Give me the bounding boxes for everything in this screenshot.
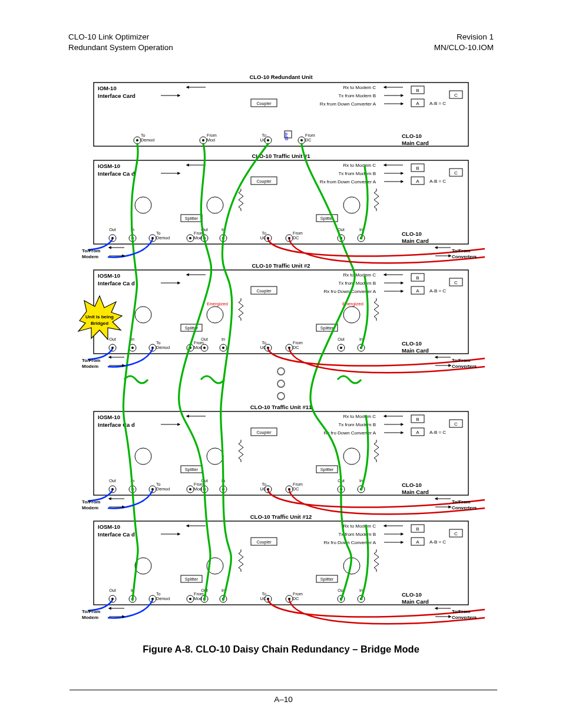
svg-point-208 bbox=[288, 488, 290, 490]
svg-text:A: A bbox=[416, 179, 419, 184]
svg-text:A-B = C: A-B = C bbox=[429, 101, 446, 106]
svg-text:Main Card: Main Card bbox=[402, 238, 429, 244]
svg-point-149 bbox=[288, 347, 290, 349]
svg-text:ToDemod: ToDemod bbox=[156, 591, 170, 601]
svg-text:FromDC: FromDC bbox=[293, 230, 303, 241]
svg-text:CLO-10: CLO-10 bbox=[402, 340, 422, 347]
svg-text:CLO-10 Traffic Unit #2: CLO-10 Traffic Unit #2 bbox=[252, 262, 310, 269]
svg-text:Rx from Down Converter A: Rx from Down Converter A bbox=[320, 101, 376, 107]
svg-text:A: A bbox=[416, 430, 419, 435]
svg-text:Main Card: Main Card bbox=[402, 347, 429, 354]
svg-text:ToUC: ToUC bbox=[260, 230, 266, 241]
svg-point-182 bbox=[207, 448, 223, 465]
svg-text:B: B bbox=[416, 275, 419, 281]
svg-text:C: C bbox=[454, 280, 458, 285]
svg-text:B: B bbox=[416, 88, 419, 93]
svg-text:CLO-10: CLO-10 bbox=[402, 482, 422, 488]
svg-point-27 bbox=[267, 139, 269, 141]
svg-text:ToUC: ToUC bbox=[260, 591, 266, 601]
svg-text:FromDC: FromDC bbox=[305, 133, 315, 143]
svg-text:Out: Out bbox=[109, 337, 116, 342]
svg-text:Tx from Modem B: Tx from Modem B bbox=[338, 171, 376, 176]
svg-text:Splitter: Splitter bbox=[185, 216, 199, 221]
svg-text:Coupler: Coupler bbox=[256, 101, 272, 106]
svg-text:ToDemod: ToDemod bbox=[156, 340, 170, 350]
svg-text:ToUC: ToUC bbox=[260, 340, 266, 350]
svg-point-152 bbox=[340, 347, 342, 349]
svg-point-61 bbox=[135, 197, 151, 213]
figure-diagram: CLO-10 Redundant Unit IOM-10 Interface C… bbox=[51, 72, 511, 626]
svg-text:A: A bbox=[416, 539, 419, 545]
svg-point-196 bbox=[189, 488, 191, 490]
svg-text:Splitter: Splitter bbox=[320, 467, 334, 472]
figure-caption: Figure A-8. CLO-10 Daisy Chain Redundanc… bbox=[51, 644, 511, 655]
svg-text:ToUC: ToUC bbox=[260, 133, 266, 143]
svg-text:IOSM-10: IOSM-10 bbox=[98, 523, 120, 530]
main-card-label-2: Main Card bbox=[402, 140, 429, 146]
svg-text:A-B = C: A-B = C bbox=[429, 539, 446, 545]
header-left-2: Redundant System Operation bbox=[68, 43, 173, 52]
svg-text:ToDemod: ToDemod bbox=[156, 230, 170, 241]
svg-text:Rx to Modem C: Rx to Modem C bbox=[343, 414, 376, 419]
svg-text:B: B bbox=[416, 166, 419, 171]
svg-text:CLO-10 Traffic Unit #11: CLO-10 Traffic Unit #11 bbox=[250, 404, 312, 410]
svg-point-128 bbox=[111, 347, 114, 349]
svg-text:ToDemod: ToDemod bbox=[141, 133, 154, 143]
svg-text:Rx to Modem C: Rx to Modem C bbox=[343, 272, 376, 278]
svg-text:Interface Ca    d: Interface Ca d bbox=[98, 280, 135, 286]
svg-point-123 bbox=[207, 307, 223, 323]
svg-text:IOSM-10: IOSM-10 bbox=[98, 414, 120, 420]
svg-text:CLO-10 Traffic Unit #12: CLO-10 Traffic Unit #12 bbox=[250, 513, 312, 520]
svg-text:C: C bbox=[454, 531, 458, 536]
energized-label-1: Energized bbox=[207, 301, 228, 307]
svg-text:ToUC: ToUC bbox=[260, 482, 266, 492]
svg-text:CLO-10: CLO-10 bbox=[402, 230, 422, 237]
header-right-2: MN/CLO-10.IOM bbox=[434, 43, 494, 52]
svg-text:Rx to Modem C: Rx to Modem C bbox=[343, 523, 376, 529]
svg-text:To/FromModem: To/FromModem bbox=[82, 248, 100, 259]
svg-text:ToDemod: ToDemod bbox=[156, 482, 170, 492]
svg-text:BPF: BPF bbox=[284, 131, 289, 140]
svg-point-255 bbox=[189, 598, 191, 600]
svg-text:To/FromModem: To/FromModem bbox=[82, 499, 100, 510]
svg-point-67 bbox=[343, 197, 360, 213]
svg-text:To/FromModem: To/FromModem bbox=[82, 609, 100, 620]
svg-point-246 bbox=[111, 598, 114, 600]
svg-text:Out: Out bbox=[338, 337, 345, 342]
svg-point-126 bbox=[343, 307, 360, 323]
svg-text:Coupler: Coupler bbox=[256, 539, 272, 545]
svg-text:To/FromModem: To/FromModem bbox=[82, 358, 100, 369]
svg-text:Interface Ca    d: Interface Ca d bbox=[98, 170, 135, 177]
svg-text:A-B = C: A-B = C bbox=[429, 288, 446, 294]
svg-text:Rx to Modem C: Rx to Modem C bbox=[343, 163, 376, 168]
svg-point-64 bbox=[207, 197, 223, 213]
svg-point-146 bbox=[267, 347, 269, 349]
svg-text:Main Card: Main Card bbox=[402, 598, 429, 605]
svg-text:A: A bbox=[416, 101, 419, 106]
svg-text:Splitter: Splitter bbox=[185, 577, 199, 582]
interface-card-label: Interface Card bbox=[98, 93, 135, 99]
svg-text:B: B bbox=[416, 526, 419, 532]
svg-point-179 bbox=[135, 448, 151, 465]
svg-text:B: B bbox=[416, 417, 419, 422]
main-card-label-1: CLO-10 bbox=[402, 133, 422, 139]
svg-text:C: C bbox=[454, 93, 458, 98]
header-left-1: CLO-10 Link Optimizer bbox=[68, 32, 173, 41]
svg-text:Tx from Modem B: Tx from Modem B bbox=[338, 281, 376, 286]
header-right-1: Revision 1 bbox=[434, 32, 494, 41]
svg-point-30 bbox=[300, 139, 303, 141]
svg-point-143 bbox=[222, 347, 224, 349]
svg-text:Splitter: Splitter bbox=[320, 577, 334, 582]
svg-text:Out: Out bbox=[201, 337, 208, 342]
svg-text:In: In bbox=[222, 337, 225, 342]
svg-point-187 bbox=[111, 488, 114, 490]
svg-point-24 bbox=[202, 139, 204, 141]
svg-text:FromDC: FromDC bbox=[293, 340, 303, 350]
svg-text:FromDC: FromDC bbox=[293, 591, 303, 601]
page-number: A–10 bbox=[274, 695, 293, 704]
svg-text:Splitter: Splitter bbox=[320, 325, 334, 331]
svg-point-264 bbox=[267, 598, 269, 600]
iom-label: IOM-10 bbox=[98, 85, 117, 91]
svg-text:Tx from Modem B: Tx from Modem B bbox=[338, 93, 376, 98]
svg-text:A-B = C: A-B = C bbox=[429, 179, 446, 184]
